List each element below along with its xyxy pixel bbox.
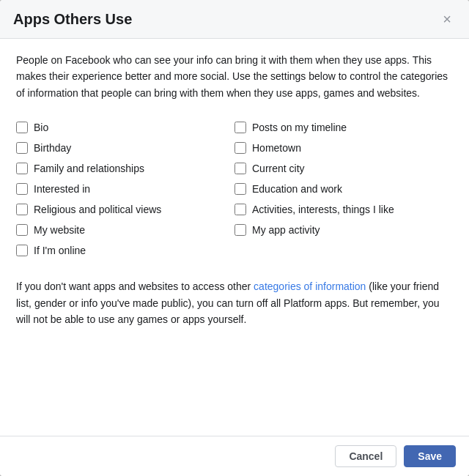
checkbox-item: Current city bbox=[234, 158, 453, 179]
cb-hometown-checkbox[interactable] bbox=[234, 142, 246, 154]
checkbox-item: My website bbox=[16, 220, 234, 240]
cb-birthday-label: Birthday bbox=[34, 142, 71, 154]
checkbox-item: Education and work bbox=[234, 179, 453, 199]
cb-website-label: My website bbox=[34, 224, 85, 236]
cb-interested-label: Interested in bbox=[34, 183, 90, 195]
cb-family-label: Family and relationships bbox=[34, 163, 144, 174]
checkboxes-right-column: Posts on my timelineHometownCurrent city… bbox=[234, 117, 453, 261]
checkbox-item: Bio bbox=[16, 117, 234, 138]
cb-religious-label: Religious and political views bbox=[34, 204, 161, 215]
description-text: People on Facebook who can see your info… bbox=[16, 52, 453, 101]
cb-posts-checkbox[interactable] bbox=[234, 122, 246, 133]
cb-online-label: If I'm online bbox=[34, 245, 86, 256]
checkbox-item: My app activity bbox=[234, 220, 453, 240]
cb-bio-checkbox[interactable] bbox=[16, 122, 28, 133]
cb-education-label: Education and work bbox=[252, 183, 342, 195]
checkbox-item: Hometown bbox=[234, 138, 453, 158]
cb-appactivity-checkbox[interactable] bbox=[234, 224, 246, 236]
cb-religious-checkbox[interactable] bbox=[16, 204, 28, 215]
cb-interested-checkbox[interactable] bbox=[16, 183, 28, 195]
cb-family-checkbox[interactable] bbox=[16, 163, 28, 174]
cb-birthday-checkbox[interactable] bbox=[16, 142, 28, 154]
checkbox-item: If I'm online bbox=[16, 240, 234, 261]
apps-others-use-modal: Apps Others Use × People on Facebook who… bbox=[0, 0, 469, 476]
cb-activities-checkbox[interactable] bbox=[234, 204, 246, 215]
cb-city-label: Current city bbox=[252, 163, 305, 174]
cb-website-checkbox[interactable] bbox=[16, 224, 28, 236]
footer-text: If you don't want apps and websites to a… bbox=[16, 278, 453, 327]
checkboxes-left-column: BioBirthdayFamily and relationshipsInter… bbox=[16, 117, 234, 261]
categories-link[interactable]: categories of information bbox=[254, 280, 366, 292]
footer-text-before-link: If you don't want apps and websites to a… bbox=[16, 280, 254, 292]
modal-footer: Cancel Save bbox=[0, 436, 469, 476]
checkbox-item: Family and relationships bbox=[16, 158, 234, 179]
checkbox-item: Religious and political views bbox=[16, 199, 234, 220]
cb-hometown-label: Hometown bbox=[252, 142, 301, 154]
modal-title: Apps Others Use bbox=[13, 11, 132, 28]
modal-header: Apps Others Use × bbox=[0, 0, 469, 39]
cb-posts-label: Posts on my timeline bbox=[252, 122, 347, 133]
cancel-button[interactable]: Cancel bbox=[335, 445, 396, 467]
cb-online-checkbox[interactable] bbox=[16, 245, 28, 256]
checkbox-item: Activities, interests, things I like bbox=[234, 199, 453, 220]
cb-appactivity-label: My app activity bbox=[252, 224, 320, 236]
checkbox-item: Interested in bbox=[16, 179, 234, 199]
cb-activities-label: Activities, interests, things I like bbox=[252, 204, 394, 215]
checkbox-item: Posts on my timeline bbox=[234, 117, 453, 138]
cb-bio-label: Bio bbox=[34, 122, 48, 133]
modal-body: People on Facebook who can see your info… bbox=[0, 39, 469, 436]
save-button[interactable]: Save bbox=[404, 445, 456, 467]
cb-education-checkbox[interactable] bbox=[234, 183, 246, 195]
checkboxes-grid: BioBirthdayFamily and relationshipsInter… bbox=[16, 117, 453, 261]
cb-city-checkbox[interactable] bbox=[234, 163, 246, 174]
close-button[interactable]: × bbox=[438, 10, 456, 28]
checkbox-item: Birthday bbox=[16, 138, 234, 158]
